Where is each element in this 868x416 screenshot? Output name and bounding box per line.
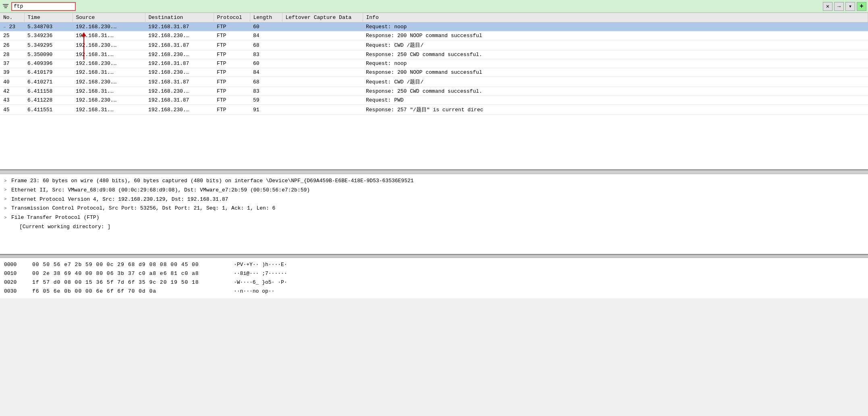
- filter-add-button[interactable]: +: [857, 2, 866, 11]
- cell-len: 84: [250, 68, 282, 77]
- cell-time: 6.411158: [24, 87, 73, 96]
- cell-no: 40: [0, 77, 24, 87]
- cell-leftover: [282, 50, 363, 59]
- filter-input[interactable]: [11, 2, 76, 11]
- cell-src: 192.168.230.…: [73, 59, 145, 68]
- cell-proto: FTP: [214, 77, 250, 87]
- panel-divider[interactable]: [0, 255, 868, 258]
- table-scrollbar[interactable]: [0, 170, 868, 174]
- expand-arrow: >: [4, 205, 9, 212]
- cell-no: 45: [0, 105, 24, 115]
- cell-dst: 192.168.230.…: [145, 105, 214, 115]
- col-header-length: Length: [250, 13, 282, 23]
- cell-no: 37: [0, 59, 24, 68]
- table-row[interactable]: 265.349295192.168.230.…192.168.31.87FTP6…: [0, 40, 868, 50]
- detail-line[interactable]: >Ethernet II, Src: VMware_68:d9:08 (00:0…: [4, 186, 864, 195]
- table-row[interactable]: 456.411551192.168.31.…192.168.230.…FTP91…: [0, 105, 868, 115]
- cell-leftover: [282, 40, 363, 50]
- cell-dst: 192.168.31.87: [145, 59, 214, 68]
- detail-line[interactable]: >Internet Protocol Version 4, Src: 192.1…: [4, 195, 864, 204]
- cell-src: 192.168.31.…: [73, 68, 145, 77]
- cell-dst: 192.168.230.…: [145, 87, 214, 96]
- hex-bytes: 00 2e 38 69 40 00 80 06 3b 37 c0 a8 e6 8…: [32, 269, 226, 278]
- hex-offset: 0000: [4, 260, 24, 269]
- packet-table: No. Time Source Destination Protocol Len…: [0, 13, 868, 115]
- cell-len: 68: [250, 40, 282, 50]
- filter-close-button[interactable]: ✕: [823, 2, 833, 11]
- col-header-time: Time: [24, 13, 73, 23]
- col-header-destination: Destination: [145, 13, 214, 23]
- cell-len: 83: [250, 87, 282, 96]
- detail-line[interactable]: >Frame 23: 60 bytes on wire (480 bits), …: [4, 177, 864, 186]
- packet-table-container: No. Time Source Destination Protocol Len…: [0, 13, 868, 170]
- detail-text: File Transfer Protocol (FTP): [11, 214, 99, 222]
- cell-len: 60: [250, 23, 282, 31]
- table-row[interactable]: 396.410179192.168.31.…192.168.230.…FTP84…: [0, 68, 868, 77]
- detail-line[interactable]: >Transmission Control Protocol, Src Port…: [4, 204, 864, 213]
- cell-time: 6.410271: [24, 77, 73, 87]
- cell-no: – 23: [0, 23, 24, 31]
- hex-offset: 0010: [4, 269, 24, 278]
- cell-len: 68: [250, 77, 282, 87]
- hex-ascii: ··n···no op··: [234, 287, 274, 296]
- cell-src: 192.168.31.…: [73, 50, 145, 59]
- cell-leftover: [282, 105, 363, 115]
- cell-no: 39: [0, 68, 24, 77]
- cell-len: 83: [250, 50, 282, 59]
- cell-time: 5.348703: [24, 23, 73, 31]
- table-row[interactable]: 376.409396192.168.230.…192.168.31.87FTP6…: [0, 59, 868, 68]
- cell-len: 84: [250, 31, 282, 40]
- cell-no: 28: [0, 50, 24, 59]
- cell-info: Request: noop: [363, 59, 868, 68]
- cell-dst: 192.168.31.87: [145, 77, 214, 87]
- hex-panel: 0000 00 50 56 e7 2b 59 00 0c 29 68 d9 08…: [0, 258, 868, 298]
- cell-proto: FTP: [214, 31, 250, 40]
- cell-info: Response: 200 NOOP command successful: [363, 31, 868, 40]
- cell-proto: FTP: [214, 87, 250, 96]
- hex-ascii: ·W····6_ }o5· ·P·: [234, 278, 287, 287]
- cell-src: 192.168.230.…: [73, 23, 145, 31]
- cell-dst: 192.168.31.87: [145, 96, 214, 105]
- table-row[interactable]: 285.350090192.168.31.…192.168.230.…FTP83…: [0, 50, 868, 59]
- detail-line[interactable]: [Current working directory: ]: [4, 223, 864, 232]
- cell-proto: FTP: [214, 96, 250, 105]
- cell-time: 6.411551: [24, 105, 73, 115]
- cell-leftover: [282, 31, 363, 40]
- cell-info: Request: noop: [363, 23, 868, 31]
- cell-len: 59: [250, 96, 282, 105]
- table-row[interactable]: – 235.348703192.168.230.…192.168.31.87FT…: [0, 23, 868, 31]
- cell-proto: FTP: [214, 59, 250, 68]
- detail-text: [Current working directory: ]: [19, 223, 110, 231]
- table-row[interactable]: 255.349236192.168.31.…192.168.230.…FTP84…: [0, 31, 868, 40]
- cell-len: 60: [250, 59, 282, 68]
- cell-len: 91: [250, 105, 282, 115]
- svg-rect-1: [4, 6, 8, 6]
- detail-text: Transmission Control Protocol, Src Port:…: [11, 204, 275, 213]
- filter-arrow-button[interactable]: →: [834, 2, 844, 11]
- col-header-no: No.: [0, 13, 24, 23]
- cell-leftover: [282, 87, 363, 96]
- cell-info: Response: 257 "/题目" is current direc: [363, 105, 868, 115]
- cell-dst: 192.168.230.…: [145, 31, 214, 40]
- cell-leftover: [282, 59, 363, 68]
- hex-bytes: f6 05 6e 0b 00 00 6e 6f 6f 70 0d 0a: [32, 287, 226, 296]
- cell-src: 192.168.230.…: [73, 40, 145, 50]
- cell-info: Response: 200 NOOP command successful: [363, 68, 868, 77]
- cell-proto: FTP: [214, 105, 250, 115]
- table-row[interactable]: 426.411158192.168.31.…192.168.230.…FTP83…: [0, 87, 868, 96]
- cell-proto: FTP: [214, 23, 250, 31]
- cell-info: Request: CWD /题目/: [363, 77, 868, 87]
- hex-row: 0000 00 50 56 e7 2b 59 00 0c 29 68 d9 08…: [4, 260, 864, 269]
- filter-bar: ✕ → ▾ +: [0, 0, 868, 13]
- table-row[interactable]: 406.410271192.168.230.…192.168.31.87FTP6…: [0, 77, 868, 87]
- col-header-protocol: Protocol: [214, 13, 250, 23]
- table-row[interactable]: 436.411228192.168.230.…192.168.31.87FTP5…: [0, 96, 868, 105]
- cell-proto: FTP: [214, 50, 250, 59]
- cell-src: 192.168.31.…: [73, 87, 145, 96]
- expand-arrow: >: [4, 214, 9, 222]
- cell-proto: FTP: [214, 40, 250, 50]
- filter-dropdown-button[interactable]: ▾: [845, 2, 855, 11]
- cell-dst: 192.168.31.87: [145, 23, 214, 31]
- detail-line[interactable]: >File Transfer Protocol (FTP): [4, 213, 864, 223]
- detail-text: Ethernet II, Src: VMware_68:d9:08 (00:0c…: [11, 186, 310, 195]
